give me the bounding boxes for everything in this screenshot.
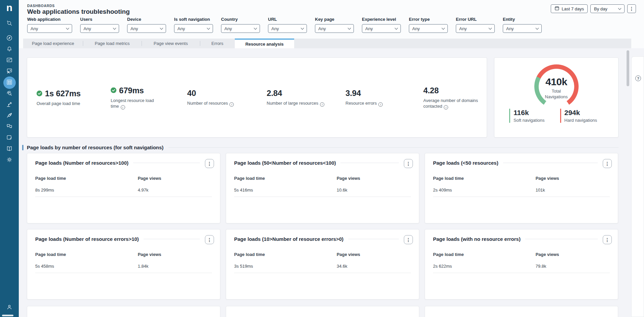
column-header: Page load time bbox=[234, 176, 337, 181]
sidebar-item-documentation[interactable] bbox=[3, 144, 16, 155]
widget-menu-button[interactable] bbox=[404, 235, 413, 244]
widget-table: Page load time Page views 8s 299ms 4.97k bbox=[35, 176, 212, 197]
filter: Entity Any bbox=[503, 17, 542, 33]
widget-card-partial bbox=[27, 306, 220, 317]
cell-page-views: 79.8k bbox=[536, 264, 610, 269]
calendar-icon bbox=[554, 6, 559, 12]
filter-value: Any bbox=[459, 26, 467, 31]
title-divider bbox=[348, 239, 399, 239]
widget-menu-button[interactable] bbox=[205, 235, 214, 244]
filter-select[interactable]: Any bbox=[27, 24, 72, 33]
filter-label: Country bbox=[221, 17, 260, 22]
sidebar-item-machine-learning[interactable] bbox=[3, 99, 16, 110]
chat-bubbles-icon bbox=[6, 123, 13, 131]
section-title: Page loads by number of resources (for s… bbox=[27, 145, 164, 150]
title-divider bbox=[525, 239, 598, 239]
sidebar-item-notes[interactable] bbox=[3, 133, 16, 144]
section-header: Page loads by number of resources (for s… bbox=[22, 145, 619, 150]
widget-menu-button[interactable] bbox=[603, 235, 612, 244]
column-header: Page views bbox=[536, 252, 610, 257]
filter-select[interactable]: Any bbox=[127, 24, 166, 33]
filter-value: Any bbox=[412, 26, 420, 31]
sidebar-scrollbar[interactable] bbox=[2, 315, 13, 316]
gear-icon bbox=[6, 156, 13, 164]
sidebar-item-explore[interactable] bbox=[3, 33, 16, 44]
sidebar-item-teams[interactable] bbox=[3, 66, 16, 77]
widget-title: Page loads (50<Number of resources<100) bbox=[234, 160, 336, 166]
page-title: Web applications troubleshooting bbox=[27, 8, 130, 15]
title-divider bbox=[340, 163, 399, 163]
tab[interactable]: Resource analysis bbox=[235, 39, 294, 48]
filter-label: Experience level bbox=[362, 17, 401, 22]
cell-page-load-time: 5s 458ms bbox=[35, 264, 138, 269]
sidebar-item-session-insights[interactable] bbox=[3, 88, 16, 99]
new-relic-logo[interactable]: n bbox=[0, 0, 19, 15]
widget-card: Page loads (Number of resource errors>10… bbox=[27, 229, 220, 300]
sidebar-item-settings[interactable] bbox=[3, 155, 16, 166]
cell-page-views: 4.97k bbox=[138, 188, 212, 193]
filter-select[interactable]: Any bbox=[221, 24, 260, 33]
granularity-select[interactable]: By day bbox=[590, 4, 625, 13]
tab[interactable]: Page load metrics bbox=[83, 39, 142, 48]
presenter-icon bbox=[6, 68, 13, 76]
sidebar-item-ai-search[interactable] bbox=[3, 18, 16, 29]
widget-menu-button[interactable] bbox=[205, 159, 214, 168]
filter-select[interactable]: Any bbox=[174, 24, 213, 33]
info-icon[interactable] bbox=[320, 102, 324, 107]
filter-select[interactable]: Any bbox=[503, 24, 542, 33]
dashboard-menu-button[interactable] bbox=[627, 4, 636, 13]
sidebar-item-account[interactable] bbox=[0, 304, 19, 312]
sidebar-item-dashboards[interactable] bbox=[3, 76, 16, 89]
metric-label: Number of resources bbox=[187, 100, 234, 107]
metric-value: 4.28 bbox=[423, 86, 439, 95]
filter-select[interactable]: Any bbox=[315, 24, 354, 33]
cell-page-views: 1.84k bbox=[138, 264, 212, 269]
tab-label: Page load metrics bbox=[95, 41, 129, 46]
info-icon[interactable] bbox=[378, 102, 383, 107]
column-header: Page load time bbox=[35, 252, 138, 257]
filter-value: Any bbox=[224, 26, 232, 31]
widgets-grid: Page loads (Number of resources>100) Pag… bbox=[27, 153, 618, 300]
legend-value: 294k bbox=[565, 109, 597, 117]
info-icon[interactable] bbox=[444, 105, 448, 109]
summary-metric: 40 Number of resources bbox=[187, 89, 234, 107]
time-range-picker[interactable]: Last 7 days bbox=[551, 4, 588, 13]
tab[interactable]: Errors bbox=[200, 39, 235, 48]
filter-value: Any bbox=[177, 26, 185, 31]
widget-menu-button[interactable] bbox=[603, 159, 612, 168]
sidebar-item-collaboration[interactable] bbox=[3, 121, 16, 133]
ai-search-icon bbox=[6, 20, 13, 28]
vertical-scrollbar[interactable] bbox=[627, 50, 629, 86]
summary-metric: 679ms Longest resource load time bbox=[111, 86, 156, 109]
filter-select[interactable]: Any bbox=[409, 24, 448, 33]
cell-page-load-time: 5s 416ms bbox=[234, 188, 337, 193]
filter-value: Any bbox=[271, 26, 279, 31]
summary-metric: 2.84 Number of large resources bbox=[267, 89, 324, 107]
rocket-icon bbox=[6, 112, 13, 120]
widget-card-partial bbox=[226, 306, 419, 317]
success-check-icon bbox=[37, 91, 42, 96]
filter: Country Any bbox=[221, 17, 260, 33]
filter-label: Error type bbox=[409, 17, 448, 22]
filter-select[interactable]: Any bbox=[362, 24, 401, 33]
info-icon[interactable] bbox=[229, 102, 234, 107]
sidebar-item-alerts[interactable] bbox=[3, 44, 16, 55]
title-divider bbox=[133, 163, 200, 163]
filter-select[interactable]: Any bbox=[456, 24, 495, 33]
table-row: 2s 409ms 101k bbox=[433, 186, 610, 197]
chevron-down-icon bbox=[113, 27, 116, 30]
tab-label: Page load experience bbox=[32, 41, 74, 46]
filter-bar: Web application Any Users Any bbox=[27, 17, 542, 33]
sidebar-item-launchers[interactable] bbox=[3, 110, 16, 121]
cell-page-load-time: 2s 409ms bbox=[433, 188, 536, 193]
user-icon bbox=[6, 304, 13, 312]
filter-select[interactable]: Any bbox=[268, 24, 307, 33]
help-icon[interactable]: ? bbox=[635, 75, 641, 81]
info-icon[interactable] bbox=[121, 105, 125, 109]
metric-label: Average number of domains contacted bbox=[423, 97, 484, 109]
widget-menu-button[interactable] bbox=[404, 159, 413, 168]
tab[interactable]: Page load experience bbox=[23, 39, 83, 48]
sidebar-item-apm-summary[interactable] bbox=[3, 55, 16, 66]
tab[interactable]: Page view events bbox=[142, 39, 200, 48]
filter-select[interactable]: Any bbox=[80, 24, 119, 33]
